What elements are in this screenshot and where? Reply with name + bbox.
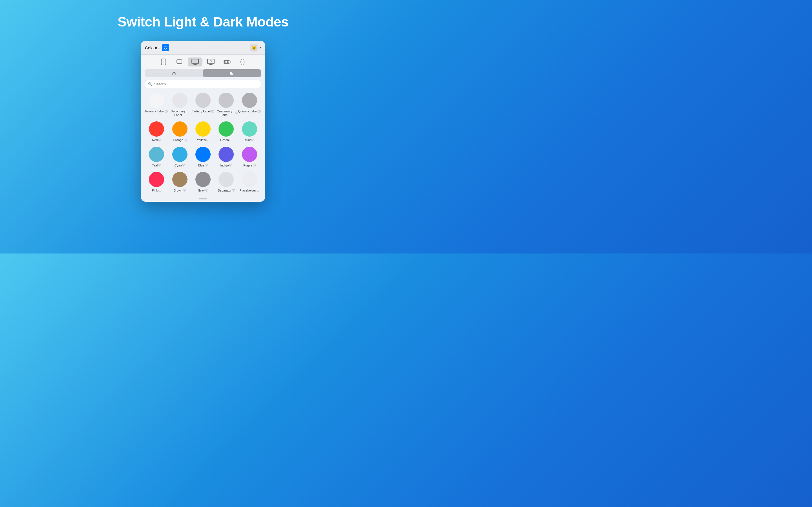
info-icon[interactable]: ⓘ [258,110,261,113]
info-icon[interactable]: ⓘ [189,112,192,115]
color-item[interactable]: Blue ⓘ [192,147,214,167]
info-icon[interactable]: ⓘ [182,164,185,167]
color-label: Primary Label ⓘ [145,110,168,113]
color-item[interactable]: Quaternary Label ⓘ [214,93,238,117]
color-item[interactable]: Yellow ⓘ [192,121,214,142]
color-circle [218,147,234,162]
info-icon[interactable]: ⓘ [211,110,214,113]
colors-grid: Primary Label ⓘSecondary Label ⓘTertiary… [141,91,265,196]
info-icon[interactable]: ⓘ [165,110,168,113]
color-circle [149,147,164,162]
color-item[interactable]: Teal ⓘ [145,147,168,167]
page-title: Switch Light & Dark Modes [117,14,289,30]
color-circle [172,121,188,136]
mode-toggle [145,69,261,77]
search-icon: 🔍 [148,82,153,86]
svg-rect-6 [223,61,231,63]
color-item[interactable]: Secondary Label ⓘ [168,93,191,117]
info-icon[interactable]: ⓘ [235,112,238,115]
color-label: Quaternary Label ⓘ [214,110,238,117]
device-tab-monitor[interactable] [204,57,218,66]
color-item[interactable]: Separator ⓘ [214,172,238,192]
svg-point-7 [224,61,226,63]
panel-title: Colours [145,45,160,50]
color-item[interactable]: Mint ⓘ [238,121,261,142]
svg-rect-4 [207,59,214,64]
color-label: Purple ⓘ [243,164,256,167]
info-icon[interactable]: ⓘ [253,164,256,167]
color-label: Red ⓘ [152,138,161,142]
colors-panel: Colours 🙂 ▾ [141,41,265,202]
info-icon[interactable]: ⓘ [229,164,232,167]
color-circle [172,147,188,162]
info-icon[interactable]: ⓘ [232,189,235,192]
info-icon[interactable]: ⓘ [230,138,232,142]
device-tab-phone[interactable] [156,57,171,66]
info-icon[interactable]: ⓘ [205,189,208,192]
emoji-button[interactable]: 🙂 [250,44,258,52]
chevron-down-icon[interactable]: ▾ [259,46,261,50]
info-icon[interactable]: ⓘ [158,164,161,167]
info-icon[interactable]: ⓘ [184,138,187,142]
color-circle [242,147,257,162]
color-circle [172,93,188,108]
color-item[interactable]: Green ⓘ [214,121,238,142]
color-circle [218,172,234,187]
info-icon[interactable]: ⓘ [257,189,259,192]
device-tab-laptop[interactable] [172,57,187,66]
color-circle [242,172,257,187]
dark-mode-button[interactable] [203,69,261,77]
color-item[interactable]: Purple ⓘ [238,147,261,167]
info-icon[interactable]: ⓘ [205,164,208,167]
color-circle [172,172,188,187]
color-label: Mint ⓘ [245,138,254,142]
svg-point-10 [173,72,175,74]
color-circle [149,121,164,136]
color-item[interactable]: Gray ⓘ [192,172,214,192]
panel-header: Colours 🙂 ▾ [141,41,265,55]
svg-point-8 [227,61,229,63]
color-circle [195,93,211,108]
search-bar[interactable]: 🔍 [145,80,261,88]
color-item[interactable]: Placeholder ⓘ [238,172,261,192]
color-circle [195,172,211,187]
color-label: Tertiary Label ⓘ [192,110,214,113]
panel-controls: 🙂 ▾ [250,44,261,52]
color-circle [195,147,211,162]
info-icon[interactable]: ⓘ [251,138,254,142]
color-circle [149,172,164,187]
color-item[interactable]: Red ⓘ [145,121,168,142]
color-circle [242,93,257,108]
color-item[interactable]: Indigo ⓘ [214,147,238,167]
color-circle [242,121,257,136]
search-input[interactable] [154,82,258,86]
color-circle [218,121,234,136]
svg-point-1 [163,64,164,64]
info-icon[interactable]: ⓘ [158,138,161,142]
light-mode-button[interactable] [145,69,203,77]
color-circle [195,121,211,136]
color-item[interactable]: Primary Label ⓘ [145,93,168,117]
color-item[interactable]: Cyan ⓘ [168,147,191,167]
info-icon[interactable]: ⓘ [158,189,161,192]
color-label: Yellow ⓘ [197,138,209,142]
color-item[interactable]: Orange ⓘ [168,121,191,142]
color-item[interactable]: Pink ⓘ [145,172,168,192]
color-item[interactable]: Brown ⓘ [168,172,191,192]
scroll-dot [199,198,207,200]
color-circle [218,93,234,108]
color-item[interactable]: Tertiary Label ⓘ [192,93,214,117]
svg-point-5 [210,61,212,62]
color-label: Separator ⓘ [218,189,235,192]
color-circle [149,93,164,108]
stepper-button[interactable] [162,44,169,51]
color-item[interactable]: Quinary Label ⓘ [238,93,261,117]
color-label: Secondary Label ⓘ [168,110,191,117]
info-icon[interactable]: ⓘ [183,189,186,192]
color-label: Orange ⓘ [173,138,187,142]
device-tab-watch[interactable] [235,57,250,66]
info-icon[interactable]: ⓘ [206,138,209,142]
device-tab-desktop[interactable] [188,57,202,66]
device-tab-vr[interactable] [219,57,234,66]
color-label: Blue ⓘ [198,164,208,167]
